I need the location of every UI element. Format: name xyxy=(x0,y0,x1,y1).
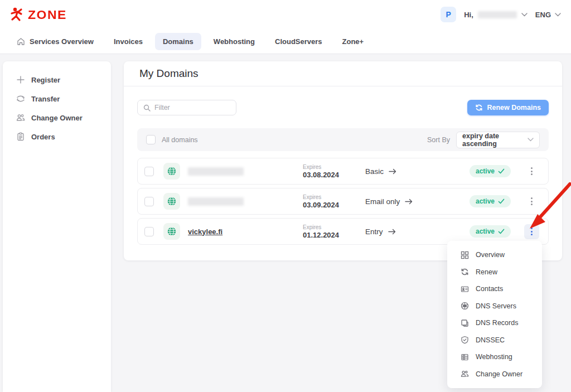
menu-label: Change Owner xyxy=(476,370,522,378)
all-domains-label: All domains xyxy=(162,136,198,144)
domain-link[interactable]: vickylee.fi xyxy=(188,228,303,236)
row-menu-button[interactable] xyxy=(524,194,539,209)
filter-input[interactable] xyxy=(154,104,230,112)
language-label: ENG xyxy=(535,11,551,19)
sort-select-value: expiry date ascending xyxy=(462,132,528,148)
check-icon xyxy=(498,229,505,234)
people-icon xyxy=(461,370,469,378)
domain-context-menu: Overview Renew Contacts DNS Servers DNS … xyxy=(447,241,542,388)
nav-cloudservers[interactable]: CloudServers xyxy=(267,33,330,50)
filter-field[interactable] xyxy=(137,100,236,115)
nav-services-overview[interactable]: Services Overview xyxy=(9,33,101,50)
status-badge: active xyxy=(470,225,511,238)
menu-item-overview[interactable]: Overview xyxy=(447,246,542,264)
package-link[interactable]: Entry xyxy=(365,228,459,236)
nav-label: CloudServers xyxy=(275,37,322,46)
menu-label: Contacts xyxy=(476,285,503,293)
panel-header: My Domains xyxy=(124,61,562,86)
menu-item-dns-servers[interactable]: DNS Servers xyxy=(447,298,542,315)
select-all-checkbox[interactable] xyxy=(146,135,156,144)
redacted-domain-name xyxy=(188,167,244,176)
status-text: active xyxy=(476,228,495,235)
plus-icon xyxy=(16,75,25,84)
expiry-date: 03.09.2024 xyxy=(303,201,365,209)
globe-icon xyxy=(163,223,180,240)
refresh-icon xyxy=(475,104,483,112)
menu-item-renew[interactable]: Renew xyxy=(447,264,542,281)
running-man-icon xyxy=(10,7,25,22)
sidebar-label: Change Owner xyxy=(31,114,83,122)
expiry-date: 03.08.2024 xyxy=(303,171,365,179)
domain-row: Expires 03.08.2024 Basic active xyxy=(137,158,549,185)
status-text: active xyxy=(476,167,495,175)
menu-item-change-owner[interactable]: Change Owner xyxy=(447,366,542,383)
toolbar: Renew Domains xyxy=(124,86,562,115)
package-link[interactable]: Email only xyxy=(365,197,459,206)
logo-wordmark: ZONE xyxy=(28,7,67,22)
zone-logo[interactable]: ZONE xyxy=(10,7,67,22)
sidebar-item-register[interactable]: Register xyxy=(3,70,111,89)
chevron-down-icon xyxy=(528,138,534,142)
menu-label: DNS Servers xyxy=(476,302,516,310)
menu-item-dnssec[interactable]: DNSSEC xyxy=(447,332,542,349)
expires-label: Expires xyxy=(303,164,365,171)
nav-invoices[interactable]: Invoices xyxy=(106,33,151,50)
sort-by-label: Sort By xyxy=(427,136,450,144)
people-icon xyxy=(16,113,25,122)
row-menu-button[interactable] xyxy=(524,164,539,179)
avatar[interactable]: P xyxy=(441,7,456,22)
check-icon xyxy=(498,168,505,174)
arrow-right-icon xyxy=(388,229,396,235)
menu-label: Renew xyxy=(476,268,497,276)
search-icon xyxy=(143,104,151,112)
chevron-down-icon xyxy=(555,13,561,17)
menu-label: Overview xyxy=(476,251,505,259)
transfer-icon xyxy=(16,94,25,103)
menu-label: DNS Records xyxy=(476,319,518,327)
row-checkbox[interactable] xyxy=(144,227,154,236)
globe-icon xyxy=(163,163,180,180)
nav-webhosting[interactable]: Webhosting xyxy=(206,33,263,50)
row-checkbox[interactable] xyxy=(144,197,154,206)
package-name: Email only xyxy=(365,197,400,206)
menu-label: DNSSEC xyxy=(476,336,505,344)
globe-dns-icon xyxy=(461,302,469,310)
expires-label: Expires xyxy=(303,194,365,201)
my-domains-panel: My Domains Renew Domains All domains Sor… xyxy=(124,61,562,260)
renew-button-label: Renew Domains xyxy=(487,104,541,112)
arrow-right-icon xyxy=(389,168,396,175)
menu-item-webhosting[interactable]: Webhosting xyxy=(447,349,542,366)
sidebar-item-change-owner[interactable]: Change Owner xyxy=(3,108,111,127)
renew-domains-button[interactable]: Renew Domains xyxy=(467,100,549,115)
refresh-icon xyxy=(461,268,469,276)
sort-select[interactable]: expiry date ascending xyxy=(456,132,540,148)
sidebar-label: Register xyxy=(31,76,60,84)
menu-item-contacts[interactable]: Contacts xyxy=(447,280,542,298)
row-checkbox[interactable] xyxy=(144,167,154,176)
check-icon xyxy=(498,199,505,204)
package-link[interactable]: Basic xyxy=(365,167,459,176)
redacted-username xyxy=(478,11,517,18)
package-name: Basic xyxy=(365,167,384,176)
language-selector[interactable]: ENG xyxy=(535,11,561,19)
id-card-icon xyxy=(461,285,469,293)
chevron-down-icon xyxy=(521,13,528,17)
menu-item-dns-records[interactable]: DNS Records xyxy=(447,314,542,332)
menu-label: Webhosting xyxy=(476,353,512,361)
row-menu-button-open[interactable] xyxy=(524,224,539,239)
clipboard-icon xyxy=(16,132,25,141)
nav-zone-plus[interactable]: Zone+ xyxy=(335,33,372,50)
sidebar-label: Transfer xyxy=(31,95,60,103)
sidebar-item-orders[interactable]: Orders xyxy=(3,127,111,146)
domain-row: Expires 03.09.2024 Email only active xyxy=(137,188,549,215)
server-icon xyxy=(461,353,469,361)
copy-icon xyxy=(461,319,469,327)
shield-check-icon xyxy=(461,336,469,344)
page-title: My Domains xyxy=(139,67,199,80)
user-menu[interactable]: Hi, xyxy=(464,11,528,19)
nav-domains[interactable]: Domains xyxy=(155,33,201,50)
globe-icon xyxy=(163,193,180,210)
expires-label: Expires xyxy=(303,224,365,231)
greeting-label: Hi, xyxy=(464,11,473,19)
sidebar-item-transfer[interactable]: Transfer xyxy=(3,89,111,108)
